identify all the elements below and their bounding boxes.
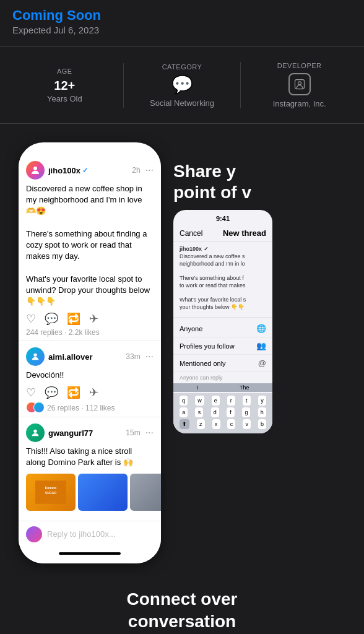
thread-post-1: jiho100x ✓ 2h ··· Discovered a new coffe… — [19, 155, 161, 341]
key-q[interactable]: q — [180, 396, 188, 406]
partial-phone-header: Cancel New thread — [173, 226, 272, 242]
age-col: AGE 12+ Years Old — [6, 67, 123, 103]
developer-value: Instagram, Inc. — [273, 99, 326, 108]
repost-icon-1[interactable]: 🔁 — [67, 312, 80, 326]
globe-icon: 🌐 — [256, 324, 266, 333]
comment-icon-1[interactable]: 💬 — [45, 312, 58, 326]
thread-post-3: gwangurl77 15m ··· This!!! Also taking a… — [19, 417, 161, 518]
image-thumb-3 — [130, 474, 161, 511]
comment-icon-2[interactable]: 💬 — [45, 386, 58, 399]
key-b[interactable]: b — [258, 419, 266, 429]
keyboard-suggestions: I The — [173, 383, 272, 392]
phone-mockup-left: jiho100x ✓ 2h ··· Discovered a new coffe… — [19, 142, 161, 563]
partial-divider — [173, 317, 272, 318]
key-z[interactable]: z — [197, 419, 205, 429]
like-icon-2[interactable]: ♡ — [26, 386, 36, 399]
key-x[interactable]: x — [212, 419, 220, 429]
share-heading: Share ypoint of v — [173, 161, 358, 202]
repost-icon-2[interactable]: 🔁 — [67, 386, 80, 399]
key-w[interactable]: w — [195, 396, 204, 406]
username-1: jiho100x ✓ — [48, 166, 88, 175]
avatar-3 — [26, 423, 45, 442]
svg-point-2 — [33, 167, 37, 170]
verified-badge-1: ✓ — [82, 167, 88, 175]
anyone-reply-note: Anyone can reply — [173, 372, 272, 383]
key-d[interactable]: d — [211, 407, 219, 417]
share-icon-1[interactable]: ✈ — [89, 312, 98, 326]
user-info-2: aimi.allover — [26, 347, 93, 366]
key-g[interactable]: g — [242, 407, 250, 417]
mentioned-label: Mentioned only — [180, 360, 226, 367]
post-header-3: gwangurl77 15m ··· — [26, 423, 154, 442]
post-preview-text: jiho100x ✓ Discovered a new coffee s nei… — [173, 242, 272, 315]
developer-label: DEVELOPER — [277, 62, 322, 69]
post-time-3: 15m — [126, 428, 140, 437]
post-time-1: 2h — [132, 166, 140, 175]
right-panel: Share ypoint of v 9:41 Cancel New thread… — [167, 142, 358, 563]
age-subvalue: Years Old — [47, 94, 82, 103]
svg-point-3 — [33, 354, 37, 357]
reply-option-follow[interactable]: Profiles you follow 👥 — [173, 337, 272, 355]
key-s[interactable]: s — [195, 407, 203, 417]
phone-notch — [62, 142, 118, 155]
partial-phone: 9:41 Cancel New thread jiho100x ✓ Discov… — [173, 210, 272, 433]
images-row: Domino SUGAR — [26, 474, 154, 511]
suggest-1: I — [196, 384, 198, 391]
svg-text:SUGAR: SUGAR — [45, 490, 56, 494]
user-info-1: jiho100x ✓ — [26, 161, 88, 180]
reply-option-anyone[interactable]: Anyone 🌐 — [173, 320, 272, 337]
post-time-2: 33m — [126, 352, 140, 361]
follow-icon: 👥 — [256, 341, 266, 350]
key-f[interactable]: f — [227, 407, 235, 417]
key-e[interactable]: e — [212, 396, 220, 406]
cancel-button[interactable]: Cancel — [180, 229, 202, 238]
post-content-1: Discovered a new coffee shop in my neigh… — [26, 183, 154, 307]
expected-date: Expected Jul 6, 2023 — [12, 25, 352, 35]
divider-1 — [0, 46, 364, 47]
category-value: Social Networking — [150, 98, 214, 108]
post-menu-1[interactable]: ··· — [145, 165, 154, 176]
post-actions-1: ♡ 💬 🔁 ✈ — [26, 312, 154, 326]
follow-label: Profiles you follow — [180, 342, 235, 350]
key-y[interactable]: y — [258, 396, 266, 406]
key-r[interactable]: r — [227, 396, 235, 406]
key-t[interactable]: t — [243, 396, 251, 406]
post-actions-2: ♡ 💬 🔁 ✈ — [26, 386, 154, 399]
post-menu-3[interactable]: ··· — [145, 427, 154, 438]
post-stats-2: 26 replies · 112 likes — [47, 404, 115, 412]
reply-bar[interactable]: Reply to jiho100x... — [19, 521, 161, 547]
key-shift[interactable]: ⬆ — [180, 419, 189, 429]
post-header-2: aimi.allover 33m ··· — [26, 347, 154, 366]
image-thumb-2 — [78, 474, 128, 511]
like-icon-1[interactable]: ♡ — [26, 312, 36, 326]
coming-soon-title: Coming Soon — [12, 7, 352, 24]
post-stats-1: 244 replies · 2.2k likes — [26, 328, 154, 337]
svg-point-1 — [298, 82, 301, 85]
svg-text:Domino: Domino — [45, 486, 57, 490]
key-c[interactable]: c — [227, 419, 235, 429]
divider-2 — [0, 123, 364, 124]
top-bar: Coming Soon Expected Jul 6, 2023 — [0, 0, 364, 40]
reply-option-mentioned[interactable]: Mentioned only @ — [173, 355, 272, 372]
post-header-1: jiho100x ✓ 2h ··· — [26, 161, 154, 180]
category-label: CATEGORY — [162, 63, 202, 71]
age-value: 12+ — [54, 79, 75, 93]
post-menu-2[interactable]: ··· — [145, 351, 154, 362]
post-content-3: This!!! Also taking a nice stroll along … — [26, 446, 154, 468]
key-a[interactable]: a — [180, 407, 188, 417]
info-row: AGE 12+ Years Old CATEGORY 💬 Social Netw… — [0, 53, 364, 117]
key-v[interactable]: v — [243, 419, 251, 429]
key-h[interactable]: h — [258, 407, 266, 417]
share-icon-2[interactable]: ✈ — [89, 386, 98, 399]
age-label: AGE — [57, 67, 72, 75]
username-3: gwangurl77 — [48, 428, 93, 438]
username-2: aimi.allover — [48, 352, 93, 362]
thread-post-2: aimi.allover 33m ··· Devoción!! ♡ 💬 🔁 ✈ — [19, 341, 161, 417]
anyone-label: Anyone — [180, 325, 202, 332]
reply-input[interactable]: Reply to jiho100x... — [47, 529, 116, 539]
bottom-text-section: Connect overconversation — [0, 576, 364, 634]
avatar-2 — [26, 347, 45, 366]
screenshots-area: jiho100x ✓ 2h ··· Discovered a new coffe… — [0, 130, 364, 576]
connect-text: Connect overconversation — [12, 588, 352, 633]
status-bar-time: 9:41 — [173, 215, 272, 222]
